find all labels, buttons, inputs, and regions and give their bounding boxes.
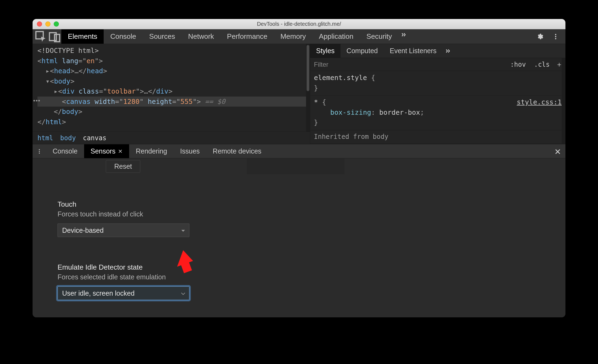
- window-zoom-button[interactable]: [54, 21, 59, 27]
- drawer-tab-console[interactable]: Console: [46, 144, 84, 158]
- device-toolbar-icon[interactable]: [48, 29, 61, 44]
- titlebar: DevTools - idle-detection.glitch.me/: [33, 19, 565, 29]
- elements-row: <!DOCTYPE html> <html lang="en"> ▸<head>…: [33, 44, 565, 144]
- tab-performance[interactable]: Performance: [221, 29, 274, 44]
- idle-detector-section: Emulate Idle Detector state Forces selec…: [33, 254, 565, 300]
- drawer: Console Sensors✕ Rendering Issues Remote…: [33, 144, 565, 317]
- tab-elements[interactable]: Elements: [61, 29, 104, 44]
- styles-filterbar: :hov .cls ＋: [310, 58, 565, 71]
- devtools-window: DevTools - idle-detection.glitch.me/ Ele…: [33, 19, 565, 317]
- tab-memory[interactable]: Memory: [274, 29, 312, 44]
- style-rule-source-link[interactable]: style.css:1: [517, 97, 562, 107]
- window-minimize-button[interactable]: [45, 21, 50, 27]
- svg-point-8: [39, 152, 40, 154]
- touch-section: Touch Forces touch instead of click Devi…: [33, 191, 565, 237]
- more-tabs-icon[interactable]: [398, 29, 409, 40]
- breadcrumb-body[interactable]: body: [60, 134, 76, 142]
- inspect-element-icon[interactable]: [34, 29, 48, 44]
- dom-doctype: <!DOCTYPE html>: [37, 47, 99, 55]
- main-tabbar: Elements Console Sources Network Perform…: [33, 29, 565, 44]
- drawer-close-icon[interactable]: ✕: [554, 147, 561, 157]
- styles-scrollbar[interactable]: [562, 58, 565, 144]
- tab-console[interactable]: Console: [104, 29, 142, 44]
- styles-tab-styles[interactable]: Styles: [310, 44, 341, 58]
- style-rule-universal[interactable]: style.css:1 * { box-sizing: border-box; …: [310, 95, 565, 130]
- idle-subtitle: Forces selected idle state emulation: [58, 273, 550, 281]
- tab-security[interactable]: Security: [360, 29, 399, 44]
- idle-state-select[interactable]: User idle, screen locked: [58, 286, 189, 300]
- dom-selected-node[interactable]: <canvas width="1280" height="555"> == $0: [37, 97, 307, 107]
- breadcrumb-canvas[interactable]: canvas: [83, 134, 107, 142]
- chevron-down-icon: [181, 226, 185, 234]
- tab-close-icon[interactable]: ✕: [118, 148, 123, 155]
- window-traffic-lights: [33, 21, 59, 27]
- kebab-menu-icon[interactable]: [550, 31, 561, 42]
- styles-pane: Styles Computed Event Listeners :hov .cl…: [310, 44, 565, 144]
- touch-subtitle: Forces touch instead of click: [58, 210, 550, 218]
- styles-rules[interactable]: element.style { } style.css:1 * { box-si…: [310, 71, 565, 144]
- drawer-kebab-icon[interactable]: [33, 144, 46, 158]
- styles-tab-computed[interactable]: Computed: [341, 44, 384, 58]
- drawer-tab-issues[interactable]: Issues: [174, 144, 206, 158]
- svg-point-4: [555, 36, 556, 37]
- touch-select[interactable]: Device-based: [58, 223, 189, 237]
- tab-network[interactable]: Network: [182, 29, 220, 44]
- sensors-reset-button[interactable]: Reset: [106, 160, 140, 173]
- svg-point-3: [555, 34, 556, 35]
- drawer-tab-remote-devices[interactable]: Remote devices: [206, 144, 268, 158]
- annotation-arrow-icon: [174, 249, 195, 275]
- svg-point-5: [555, 38, 556, 39]
- drawer-tabbar: Console Sensors✕ Rendering Issues Remote…: [33, 144, 565, 158]
- drawer-tab-rendering[interactable]: Rendering: [129, 144, 173, 158]
- window-title: DevTools - idle-detection.glitch.me/: [33, 21, 565, 27]
- idle-title: Emulate Idle Detector state: [58, 263, 550, 272]
- styles-filter-input[interactable]: [314, 61, 505, 68]
- settings-gear-icon[interactable]: [535, 31, 545, 42]
- drawer-tab-sensors[interactable]: Sensors✕: [84, 144, 129, 158]
- breadcrumb: html body canvas: [33, 132, 310, 144]
- touch-title: Touch: [58, 200, 550, 209]
- window-close-button[interactable]: [37, 21, 42, 27]
- styles-tabbar: Styles Computed Event Listeners: [310, 44, 565, 58]
- touch-select-value: Device-based: [62, 226, 104, 234]
- styles-cls-toggle[interactable]: .cls: [531, 60, 552, 69]
- styles-hov-toggle[interactable]: :hov: [507, 60, 529, 69]
- idle-state-select-value: User idle, screen locked: [62, 289, 135, 297]
- style-rule-element-style[interactable]: element.style { }: [310, 71, 565, 95]
- styles-more-tabs-icon[interactable]: [443, 46, 453, 56]
- chevron-down-icon: [181, 289, 185, 297]
- dom-tree[interactable]: <!DOCTYPE html> <html lang="en"> ▸<head>…: [33, 44, 310, 132]
- elements-pane: <!DOCTYPE html> <html lang="en"> ▸<head>…: [33, 44, 310, 144]
- elements-scrollbar[interactable]: [306, 44, 310, 132]
- breadcrumb-html[interactable]: html: [37, 134, 53, 142]
- tab-application[interactable]: Application: [312, 29, 360, 44]
- inherited-from-header: Inherited from body: [310, 130, 565, 143]
- svg-point-6: [39, 149, 40, 150]
- sensors-empty-field: [247, 158, 345, 174]
- sensors-panel: Reset Touch Forces touch instead of clic…: [33, 158, 565, 317]
- styles-tab-event-listeners[interactable]: Event Listeners: [384, 44, 442, 58]
- svg-point-7: [39, 151, 40, 152]
- tab-sources[interactable]: Sources: [143, 29, 182, 44]
